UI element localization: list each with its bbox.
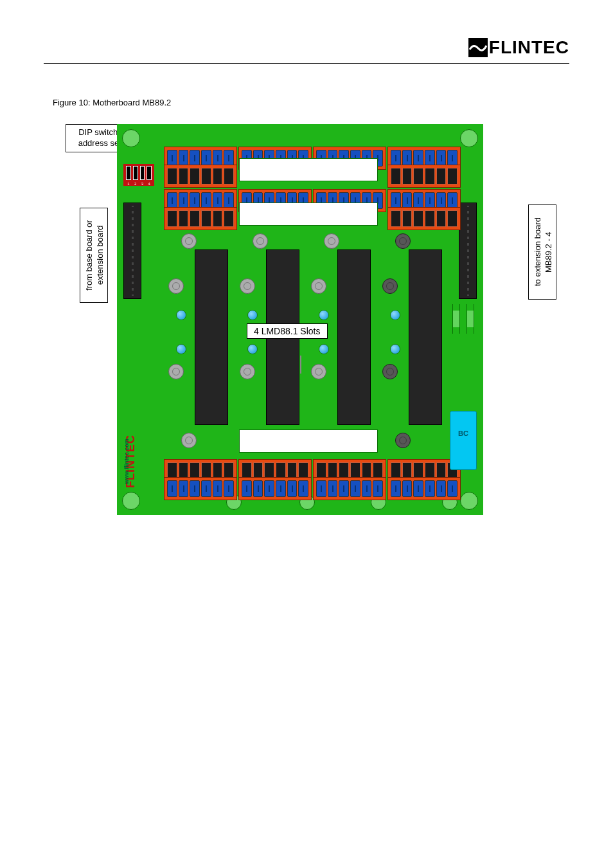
status-led <box>176 344 186 354</box>
header-rule <box>44 63 569 64</box>
callout-to-extension: to extension board MB89.2 - 4 <box>528 204 556 300</box>
terminal-group <box>387 207 461 230</box>
standoff <box>253 233 268 249</box>
callout-from-base: from base board or extension board <box>80 208 108 303</box>
resistor-icon <box>452 304 460 334</box>
resistor-icon <box>466 304 474 334</box>
terminal-group <box>164 165 237 188</box>
logo-wave-icon <box>468 38 488 57</box>
terminal-row <box>164 459 494 476</box>
dip-toggle <box>147 166 152 180</box>
standoff <box>168 364 184 379</box>
brand-logo: FLINTEC <box>468 37 569 58</box>
status-led <box>247 344 258 354</box>
standoff <box>168 278 184 294</box>
lmd-slot <box>195 249 228 425</box>
page-header: FLINTEC <box>0 37 613 58</box>
mount-hole <box>460 129 478 147</box>
standoff <box>324 233 339 249</box>
status-led <box>176 310 186 320</box>
standoff <box>181 233 197 249</box>
status-led <box>319 310 329 320</box>
dip-numbers: 1 2 3 4 <box>123 182 154 186</box>
dip-toggle <box>133 166 138 180</box>
blank-plate <box>239 158 378 181</box>
standoff <box>311 364 326 379</box>
standoff <box>181 433 197 448</box>
bc-capacitor: BC <box>450 411 477 470</box>
dip-switch: 1 2 3 4 <box>123 164 154 186</box>
dip-toggle <box>126 166 131 180</box>
terminal-group <box>164 477 237 500</box>
board-url: www.flintec.com <box>123 439 130 484</box>
standoff <box>240 278 255 294</box>
pin-header-left <box>123 203 141 299</box>
lmd-slot <box>337 249 371 425</box>
status-led <box>319 344 329 354</box>
status-led <box>390 344 400 354</box>
terminal-group <box>387 165 461 188</box>
standoff <box>382 364 398 379</box>
status-led <box>390 310 400 320</box>
lead-wire <box>300 356 301 374</box>
terminal-group <box>164 207 237 230</box>
terminal-group <box>313 477 386 500</box>
standoff <box>395 233 411 249</box>
pcb-board: 1 2 3 4 <box>117 124 483 515</box>
standoff <box>395 433 411 448</box>
terminal-row <box>164 477 494 494</box>
resistor-pair <box>452 304 474 334</box>
mount-hole <box>460 492 478 510</box>
mount-hole <box>122 492 140 510</box>
blank-plate <box>239 203 378 226</box>
blank-plate <box>239 429 378 453</box>
standoff <box>311 278 326 294</box>
callout-slots: 4 LMD88.1 Slots <box>247 323 328 339</box>
dip-toggle <box>140 166 145 180</box>
standoff <box>240 364 255 379</box>
terminal-group <box>238 477 312 500</box>
brand-text: FLINTEC <box>489 37 569 58</box>
terminal-group <box>387 477 461 500</box>
bc-label: BC <box>450 429 476 437</box>
status-led <box>247 310 258 320</box>
figure-caption: Figure 10: Motherboard MB89.2 <box>53 98 171 107</box>
standoff <box>382 278 398 294</box>
lmd-slot <box>409 249 442 425</box>
mount-hole <box>122 129 140 147</box>
